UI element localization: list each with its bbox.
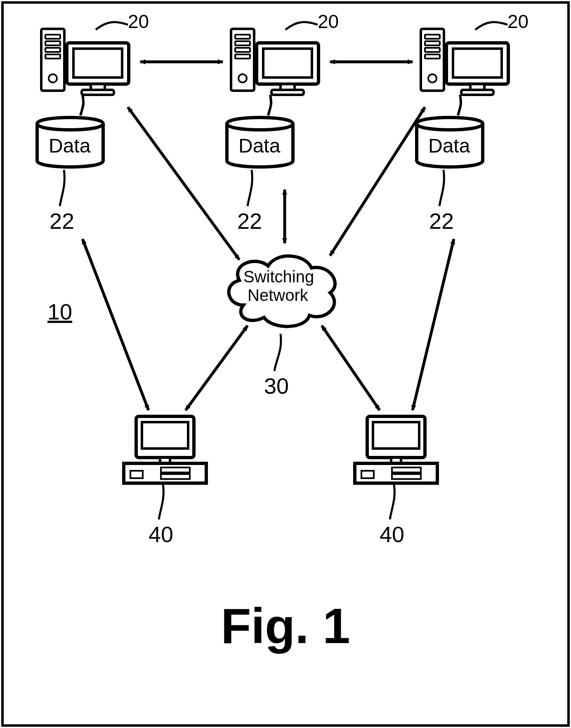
server-label-mid: 20 (318, 11, 339, 32)
figure-caption: Fig. 1 (221, 598, 350, 654)
server-label-right: 20 (507, 11, 529, 32)
arrow-serverL-clientL (83, 239, 149, 410)
client-left: 40 (124, 416, 206, 547)
db-label-mid: 22 (237, 209, 262, 233)
cloud-line2: Network (248, 286, 309, 304)
client-right: 40 (355, 416, 437, 547)
arrow-serverR-clientR (413, 239, 454, 410)
db-text-mid: Data (238, 135, 281, 157)
arrow-serverR-cloud (330, 107, 425, 256)
client-label-left: 40 (149, 522, 173, 547)
db-text-left: Data (49, 135, 91, 157)
server-right: 20 Data 22 (417, 11, 529, 233)
server-label-left: 20 (128, 11, 149, 32)
server-mid: 20 Data 22 (227, 11, 339, 233)
db-label-right: 22 (429, 209, 454, 233)
db-text-right: Data (428, 135, 470, 157)
arrow-cloud-clientL (186, 326, 248, 410)
figure-id: 10 (47, 299, 72, 324)
server-left: 20 Data 22 (37, 11, 149, 233)
arrow-serverL-cloud (128, 107, 239, 260)
cloud-label: 30 (264, 373, 289, 398)
db-label-left: 22 (50, 209, 74, 233)
client-label-right: 40 (380, 522, 404, 547)
network-diagram: 20 Data 22 20 Data 22 20 Data 22 Switchi… (0, 0, 571, 728)
cloud-line1: Switching (243, 268, 314, 286)
arrow-cloud-clientR (322, 326, 380, 410)
